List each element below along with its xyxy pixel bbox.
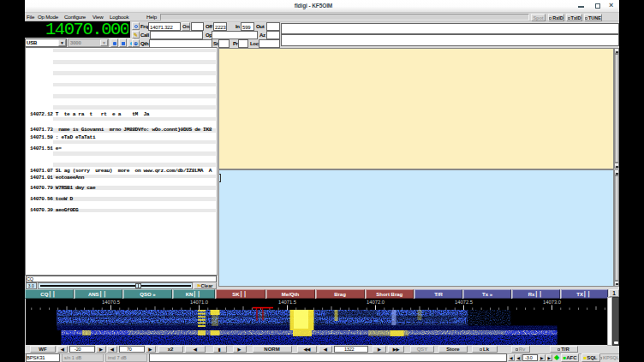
svg-text:14072.5: 14072.5 [455, 300, 473, 305]
svg-text:14071.5: 14071.5 [278, 300, 296, 305]
svg-text:14073.0: 14073.0 [543, 300, 561, 305]
svg-text:14071.0: 14071.0 [190, 300, 208, 305]
svg-text:14072.0: 14072.0 [367, 300, 385, 305]
svg-text:14070.5: 14070.5 [102, 300, 120, 305]
